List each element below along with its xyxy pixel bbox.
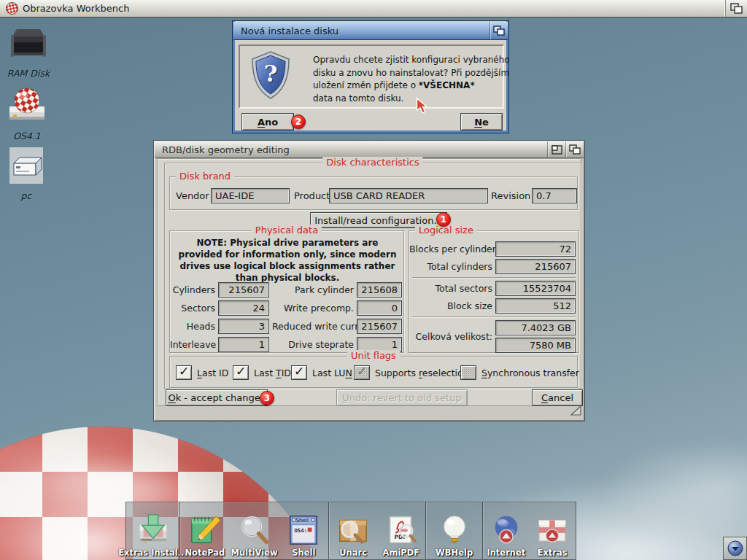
cancel-button[interactable]: Cancel: [532, 389, 583, 406]
screen-titlebar[interactable]: Obrazovka Workbench: [0, 0, 747, 18]
icon-label: RAM Disk: [0, 68, 60, 79]
zoom-gadget[interactable]: [547, 141, 565, 158]
dock-item-internet[interactable]: Internet: [483, 502, 529, 559]
logical-size-group: Logical size Blocks per cylinder 72 Tota…: [409, 230, 579, 353]
rdb-window: RDB/disk geometry editing Disk character…: [153, 140, 585, 421]
ok-accept-changes-button[interactable]: Ok - accept changes 3: [166, 389, 268, 406]
total-size-gb: 7.4023 GB: [495, 320, 576, 335]
group-legend: Logical size: [415, 225, 477, 236]
step-badge-1: 1: [436, 212, 451, 227]
vendor-label: Vendor: [176, 188, 209, 203]
step-badge-3: 3: [260, 391, 274, 405]
step-badge-2: 2: [291, 114, 306, 129]
checkbox-last-id[interactable]: ✓: [176, 365, 192, 380]
physical-data-group: Physical data NOTE: Physical drive param…: [169, 230, 404, 353]
dock-handle[interactable]: [723, 537, 747, 560]
desktop-icon-pc[interactable]: pc: [0, 147, 58, 201]
physical-field-value[interactable]: 215608: [357, 282, 402, 298]
product-label: Product: [294, 188, 330, 203]
dock-item-extras[interactable]: Extras: [529, 502, 576, 559]
svg-text:?: ?: [264, 60, 278, 88]
unarc-icon: [336, 513, 370, 547]
dock-item-multiview[interactable]: MultiView: [230, 502, 279, 559]
physical-field-label: Park cylinder: [272, 282, 354, 298]
physical-note: NOTE: Physical drive parameters are prov…: [174, 237, 401, 284]
checkbox-last-tid[interactable]: ✓: [233, 365, 249, 380]
svg-text:OS4:: OS4:: [295, 527, 307, 534]
physical-field-label: Sectors: [170, 300, 215, 316]
dock-item-shell[interactable]: Shell OS4: Shell: [279, 502, 329, 559]
resize-gadget[interactable]: [570, 405, 582, 419]
depth-icon: [569, 144, 581, 155]
physical-field-value[interactable]: 215607: [218, 282, 269, 298]
unit-flags-group: Unit flags ✓ Last ID ✓ Last TID ✓ Last L…: [169, 356, 578, 388]
separator: [412, 277, 576, 278]
physical-field-value[interactable]: 215607: [357, 319, 402, 334]
requester-dialog: Nová instalace disku ?: [232, 20, 509, 133]
depth-gadget[interactable]: [565, 141, 584, 158]
physical-field-value[interactable]: 3: [218, 319, 269, 334]
svg-text:Shell: Shell: [296, 517, 309, 524]
total-size-label: Celková velikost:: [409, 329, 492, 344]
physical-field-label: Interleave: [170, 337, 215, 352]
internet-globe-icon: [489, 513, 523, 547]
dock-item-amipdf[interactable]: PDF AmiPDF: [377, 502, 425, 559]
notepad-icon: [188, 513, 222, 547]
dock-label: Shell: [292, 548, 315, 558]
group-legend: Unit flags: [347, 350, 400, 362]
dock-label: Internet: [487, 548, 525, 558]
checkbox-label: Synchronous transfer: [481, 368, 579, 378]
extras-installer-icon: [136, 513, 170, 547]
screen-depth-gadget[interactable]: [725, 0, 747, 17]
dock-item-notepad[interactable]: NotePad: [180, 502, 230, 559]
depth-gadget[interactable]: [489, 22, 508, 39]
vendor-field[interactable]: UAE-IDE: [211, 188, 290, 203]
checkbox-label: Supports reselection: [375, 368, 469, 378]
physical-field-label: Write precomp.: [272, 300, 354, 316]
dock-label: WBHelp: [436, 548, 473, 558]
depth-icon: [730, 3, 743, 14]
yes-button[interactable]: Ano: [241, 113, 294, 131]
revision-field[interactable]: 0.7: [532, 188, 577, 203]
checkbox-label: Last LUN: [312, 368, 352, 378]
rdb-titlebar[interactable]: RDB/disk geometry editing: [155, 141, 584, 158]
screen-title: Obrazovka Workbench: [23, 3, 129, 14]
dock-item-extras-installer[interactable]: Extras Instal...: [126, 502, 179, 559]
dock-label: Extras Instal...: [118, 548, 187, 558]
physical-field-label: Reduced write curr.: [272, 319, 354, 334]
physical-field-value[interactable]: 24: [218, 300, 269, 316]
desktop-icon-ram-disk[interactable]: RAM Disk: [0, 25, 60, 79]
group-legend: Disk brand: [176, 171, 234, 182]
multiview-icon: [238, 513, 271, 547]
desktop-icon-os41[interactable]: OS4.1: [0, 85, 58, 141]
requester-titlebar[interactable]: Nová instalace disku: [233, 22, 508, 40]
checkbox-last-lun[interactable]: ✓: [291, 365, 307, 380]
question-shield-icon: ?: [249, 50, 293, 105]
group-legend: Disk characteristics: [322, 157, 422, 168]
checkbox-label: Last TID: [254, 368, 291, 378]
zoom-icon: [551, 145, 562, 155]
physical-field-value[interactable]: 1: [218, 337, 269, 352]
no-button[interactable]: Ne: [460, 113, 503, 131]
physical-field-label: Cylinders: [170, 282, 215, 298]
revision-label: Revision: [491, 188, 530, 203]
logical-row-label: Block size: [409, 298, 492, 314]
logical-row-value: 215607: [495, 259, 576, 274]
os41-disk-icon: [7, 85, 47, 125]
disk-characteristics-group: Disk characteristics Disk brand Vendor U…: [164, 163, 581, 389]
dock-label: Extras: [538, 548, 568, 558]
logical-row-label: Blocks per cylinder: [409, 241, 492, 257]
physical-field-value[interactable]: 0: [357, 300, 402, 316]
product-field[interactable]: USB CARD READER: [329, 188, 488, 203]
undo-button: Undo: revert to old setup: [336, 389, 468, 406]
wbhelp-bulb-icon: [438, 513, 471, 547]
amidock: Extras Instal... NotePad MultiView Shell: [125, 502, 576, 560]
dock-item-unarc[interactable]: Unarc: [329, 502, 377, 559]
checkbox-supports-reselection: ✓: [354, 365, 370, 380]
requester-message-panel: ? Opravdu chcete zjistit konfiguraci vyb…: [239, 44, 504, 109]
dock-label: NotePad: [185, 548, 225, 558]
requester-title: Nová instalace disku: [233, 26, 338, 36]
logical-row-label: Total cylinders: [409, 259, 492, 274]
ram-disk-icon: [8, 25, 49, 63]
dock-item-wbhelp[interactable]: WBHelp: [426, 502, 483, 559]
